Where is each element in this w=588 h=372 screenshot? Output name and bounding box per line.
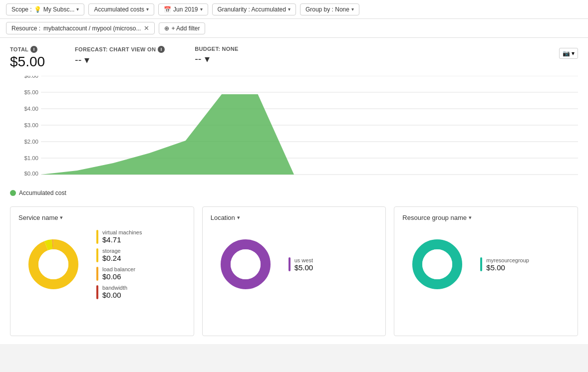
forecast-chevron-icon[interactable]: ▾ bbox=[84, 54, 89, 66]
card-header-chevron-icon: ▾ bbox=[237, 214, 240, 221]
scope-icon: 💡 bbox=[34, 6, 41, 13]
filter-row: Resource : mybatchaccount / mypool (micr… bbox=[0, 19, 588, 38]
granularity-pill[interactable]: Granularity : Accumulated ▾ bbox=[212, 3, 296, 15]
card-header-resource-group-name[interactable]: Resource group name ▾ bbox=[402, 214, 570, 221]
svg-text:$0.00: $0.00 bbox=[24, 171, 38, 176]
svg-marker-14 bbox=[41, 94, 294, 175]
legend-dot-icon bbox=[10, 190, 16, 196]
card-header-chevron-icon: ▾ bbox=[469, 214, 472, 221]
granularity-label: Granularity : Accumulated bbox=[218, 6, 286, 13]
forecast-value: -- bbox=[75, 54, 81, 66]
chart-area: $6.00 $5.00 $4.00 $3.00 $2.00 $1.00 $0.0… bbox=[10, 76, 578, 186]
budget-label: BUDGET: NONE bbox=[195, 46, 238, 52]
total-value: $5.00 bbox=[10, 54, 45, 70]
donut-center bbox=[231, 249, 261, 279]
legend-item-value: $0.00 bbox=[102, 291, 127, 299]
svg-text:$1.00: $1.00 bbox=[24, 155, 38, 161]
donut-svg-resource-group-name bbox=[402, 229, 472, 299]
forecast-info-icon: i bbox=[158, 46, 165, 53]
chart-legend: Accumulated cost bbox=[10, 189, 578, 196]
legend-item-value: $5.00 bbox=[486, 263, 529, 272]
legend-item-value: $0.24 bbox=[102, 254, 121, 262]
legend-item-label: load balancer bbox=[102, 266, 135, 272]
forecast-label: FORECAST: CHART VIEW ON bbox=[75, 46, 156, 52]
donut-center bbox=[38, 249, 68, 279]
legend-list-service-name: virtual machines $4.71 storage $0.24 loa… bbox=[96, 229, 142, 299]
legend-item-value: $4.71 bbox=[102, 235, 142, 244]
donut-location bbox=[211, 229, 281, 299]
svg-text:$6.00: $6.00 bbox=[24, 76, 38, 79]
date-chevron-icon: ▾ bbox=[200, 6, 203, 12]
total-summary: TOTAL i $5.00 bbox=[10, 46, 45, 70]
accumulated-costs-pill[interactable]: Accumulated costs ▾ bbox=[88, 3, 154, 15]
cards-row: Service name ▾ virtual machines $4.71 st… bbox=[10, 206, 578, 336]
chart-export-button[interactable]: 📷 ▾ bbox=[559, 48, 578, 59]
donut-svg-location bbox=[211, 229, 281, 299]
resource-close-icon[interactable]: ✕ bbox=[144, 24, 149, 32]
export-chevron-icon: ▾ bbox=[572, 50, 575, 57]
accumulated-costs-label: Accumulated costs bbox=[94, 6, 144, 13]
resource-label: Resource : bbox=[11, 25, 40, 32]
legend-bar-icon bbox=[480, 257, 482, 271]
svg-text:$2.00: $2.00 bbox=[24, 139, 38, 145]
scope-value: My Subsc... bbox=[43, 6, 75, 13]
svg-text:$5.00: $5.00 bbox=[24, 89, 38, 95]
card-header-label: Service name bbox=[18, 214, 58, 221]
budget-summary: BUDGET: NONE -- ▾ bbox=[195, 46, 238, 65]
calendar-icon: 📅 bbox=[164, 6, 171, 13]
group-by-pill[interactable]: Group by : None ▾ bbox=[300, 3, 359, 15]
legend-item-2: load balancer $0.06 bbox=[96, 266, 142, 281]
svg-text:$4.00: $4.00 bbox=[24, 106, 38, 112]
top-bar: Scope : 💡 My Subsc... ▾ Accumulated cost… bbox=[0, 0, 588, 19]
legend-item-1: storage $0.24 bbox=[96, 248, 142, 262]
granularity-chevron-icon: ▾ bbox=[288, 6, 291, 12]
scope-pill[interactable]: Scope : 💡 My Subsc... ▾ bbox=[6, 3, 84, 15]
card-body-resource-group-name: myresourcegroup $5.00 bbox=[402, 229, 570, 299]
legend-bar-icon bbox=[96, 267, 98, 281]
legend-item-value: $5.00 bbox=[294, 263, 313, 272]
card-header-label: Location bbox=[211, 214, 235, 221]
total-label: TOTAL bbox=[10, 46, 28, 52]
export-icon: 📷 bbox=[563, 50, 570, 57]
legend-bar-icon bbox=[96, 230, 98, 244]
summary-row: TOTAL i $5.00 FORECAST: CHART VIEW ON i … bbox=[10, 46, 578, 70]
legend-item-label: bandwidth bbox=[102, 285, 127, 291]
date-pill[interactable]: 📅 Jun 2019 ▾ bbox=[158, 3, 208, 15]
budget-chevron-icon[interactable]: ▾ bbox=[205, 53, 210, 65]
donut-resource-group-name bbox=[402, 229, 472, 299]
total-info-icon: i bbox=[30, 46, 37, 53]
card-header-label: Resource group name bbox=[402, 214, 467, 221]
donut-svg-service-name bbox=[18, 229, 88, 299]
card-resource-group-name: Resource group name ▾ myresourcegroup $5… bbox=[394, 206, 578, 336]
legend-bar-icon bbox=[96, 285, 98, 299]
legend-list-resource-group-name: myresourcegroup $5.00 bbox=[480, 257, 529, 272]
card-service-name: Service name ▾ virtual machines $4.71 st… bbox=[10, 206, 194, 336]
svg-text:$3.00: $3.00 bbox=[24, 122, 38, 128]
legend-item-value: $0.06 bbox=[102, 272, 135, 281]
legend-item-3: bandwidth $0.00 bbox=[96, 285, 142, 299]
legend-item-0: us west $5.00 bbox=[289, 257, 313, 272]
resource-filter-pill[interactable]: Resource : mybatchaccount / mypool (micr… bbox=[6, 22, 155, 34]
legend-item-label: myresourcegroup bbox=[486, 257, 529, 263]
add-filter-button[interactable]: ⊕ + Add filter bbox=[159, 22, 205, 34]
add-filter-label: + Add filter bbox=[171, 25, 200, 32]
legend-item-label: storage bbox=[102, 248, 121, 254]
forecast-summary: FORECAST: CHART VIEW ON i -- ▾ bbox=[75, 46, 165, 66]
accumulated-costs-chevron-icon: ▾ bbox=[146, 6, 149, 12]
donut-service-name bbox=[18, 229, 88, 299]
scope-chevron-icon: ▾ bbox=[76, 6, 79, 12]
legend-item-0: myresourcegroup $5.00 bbox=[480, 257, 529, 272]
card-body-location: us west $5.00 bbox=[211, 229, 378, 299]
scope-label: Scope : bbox=[11, 6, 32, 13]
legend-bar-icon bbox=[289, 257, 291, 271]
legend-bar-icon bbox=[96, 248, 98, 262]
add-filter-icon: ⊕ bbox=[164, 25, 169, 32]
card-header-chevron-icon: ▾ bbox=[60, 214, 63, 221]
legend-item-label: virtual machines bbox=[102, 229, 142, 235]
card-header-service-name[interactable]: Service name ▾ bbox=[18, 214, 186, 221]
budget-value: -- bbox=[195, 53, 201, 65]
card-header-location[interactable]: Location ▾ bbox=[211, 214, 378, 221]
card-body-service-name: virtual machines $4.71 storage $0.24 loa… bbox=[18, 229, 186, 299]
cost-chart: $6.00 $5.00 $4.00 $3.00 $2.00 $1.00 $0.0… bbox=[10, 76, 578, 176]
main-content: TOTAL i $5.00 FORECAST: CHART VIEW ON i … bbox=[0, 38, 588, 344]
